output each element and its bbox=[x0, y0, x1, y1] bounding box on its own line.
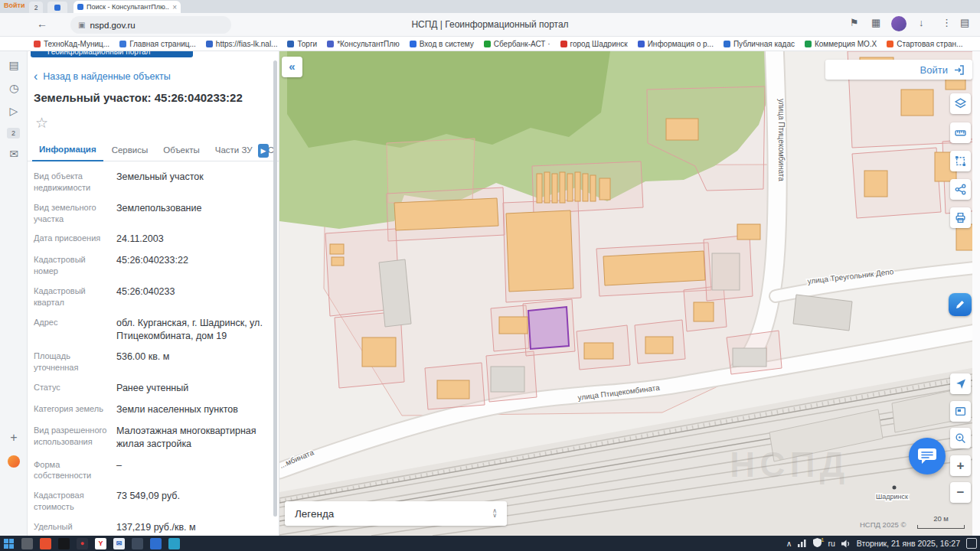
tab-information[interactable]: Информация bbox=[32, 145, 103, 161]
print-button[interactable] bbox=[950, 207, 971, 228]
share-icon bbox=[955, 184, 966, 195]
messenger-icon[interactable]: ✉ bbox=[0, 148, 28, 160]
collapse-panel-button[interactable]: « bbox=[282, 57, 302, 77]
print-icon bbox=[955, 212, 966, 223]
address-bar[interactable]: ▣ nspd.gov.ru bbox=[70, 16, 231, 34]
taskbar-app-icon[interactable] bbox=[21, 538, 33, 549]
start-button[interactable] bbox=[3, 538, 15, 549]
bookmark-item[interactable]: ТехноКад-Муниц... bbox=[34, 40, 109, 48]
map-canvas[interactable]: НСПД улица Птицекомбината улица Треуголь… bbox=[279, 51, 980, 536]
field-row: Категория земельЗемли населенных пунктов bbox=[34, 403, 270, 416]
taskbar-app-icon[interactable]: ● bbox=[77, 538, 88, 549]
bookmark-item[interactable]: Вход в систему bbox=[410, 40, 474, 48]
tab-parts[interactable]: Части ЗУ bbox=[208, 145, 260, 161]
back-icon[interactable]: ← bbox=[37, 18, 47, 30]
plus-icon: + bbox=[957, 459, 965, 472]
bookmark-item[interactable]: Торги bbox=[287, 40, 317, 48]
back-link[interactable]: ‹Назад в найденные объекты bbox=[34, 71, 171, 82]
field-row: Адресобл. Курганская, г. Шадринск, ул. П… bbox=[34, 317, 270, 343]
taskbar-clock[interactable]: Вторник, 21 янв 2025, 16:27 bbox=[857, 539, 960, 548]
draw-button[interactable] bbox=[949, 293, 972, 316]
media-icon[interactable]: ▷ bbox=[0, 105, 28, 117]
bookmark-item[interactable]: *КонсультантПлю bbox=[327, 40, 400, 48]
layers-button[interactable] bbox=[950, 93, 971, 114]
system-tray: ∧ 1 ru Вторник, 21 янв 2025, 16:27 bbox=[786, 538, 977, 549]
bookmark-item[interactable]: Главная страниц... bbox=[119, 40, 196, 48]
tab-objects[interactable]: Объекты bbox=[156, 145, 206, 161]
login-bar[interactable]: Войти bbox=[825, 60, 972, 80]
object-info-panel: Геоинформационный портал ‹Назад в найден… bbox=[28, 51, 279, 536]
chevron-updown-icon: ∧∨ bbox=[492, 509, 497, 519]
bookmark-favicon bbox=[805, 41, 812, 47]
sidebar-toggle-icon[interactable]: ▤ bbox=[960, 17, 969, 28]
bookmark-item[interactable]: https://fias-lk.nal... bbox=[206, 40, 278, 48]
taskbar-app-icon[interactable]: ✉ bbox=[113, 538, 125, 549]
pencil-icon bbox=[954, 298, 966, 311]
locate-button[interactable] bbox=[950, 373, 971, 394]
page-title: Земельный участок: 45:26:040233:22 bbox=[34, 91, 243, 104]
bookmark-item[interactable]: Сбербанк-АСТ · bbox=[484, 40, 550, 48]
field-row: Вид земельного участкаЗемлепользование bbox=[34, 202, 270, 225]
bookmark-favicon bbox=[34, 41, 41, 47]
taskbar-app-icon[interactable] bbox=[132, 538, 143, 549]
taskbar-app-icon[interactable]: Y bbox=[95, 538, 106, 549]
zoom-out-button[interactable]: − bbox=[950, 482, 971, 503]
legend-toggle[interactable]: Легенда ∧∨ bbox=[285, 501, 507, 526]
bookmark-item[interactable]: Публичная кадас bbox=[724, 40, 795, 48]
profile-avatar[interactable] bbox=[891, 16, 906, 31]
zoom-in-button[interactable]: + bbox=[950, 455, 971, 476]
taskbar-app-icon[interactable] bbox=[40, 538, 51, 549]
bookmark-flag-icon[interactable]: ⚑ bbox=[850, 17, 859, 28]
services-icon[interactable] bbox=[8, 455, 20, 468]
tray-expand-icon[interactable]: ∧ bbox=[786, 539, 792, 548]
select-area-icon bbox=[955, 155, 966, 167]
url-text: nspd.gov.ru bbox=[90, 21, 135, 30]
layers-icon bbox=[955, 98, 966, 109]
language-indicator[interactable]: ru bbox=[828, 539, 835, 548]
bookmark-item[interactable]: Коммерция МО.Х bbox=[805, 40, 877, 48]
downloads-icon[interactable]: ↓ bbox=[919, 17, 924, 28]
panel-scrollbar[interactable] bbox=[273, 60, 277, 517]
security-tray-icon[interactable]: 1 bbox=[813, 538, 822, 549]
taskbar-app-icon[interactable] bbox=[58, 538, 70, 549]
browser-tab-strip: Войти 2 Поиск - КонсультантПлю... × bbox=[0, 0, 980, 13]
login-button-label: Войти bbox=[920, 64, 948, 76]
overview-map-button[interactable] bbox=[950, 401, 971, 422]
taskbar-app-icon[interactable] bbox=[168, 538, 180, 549]
field-row: Удельный показатель кадастровой стоимост… bbox=[34, 521, 270, 536]
favorite-star-icon[interactable]: ☆ bbox=[35, 114, 48, 132]
speaker-icon[interactable] bbox=[841, 540, 851, 548]
history-icon[interactable]: ◷ bbox=[0, 82, 28, 94]
chat-button[interactable] bbox=[909, 438, 946, 474]
selected-parcel[interactable] bbox=[528, 307, 569, 349]
select-area-button[interactable] bbox=[950, 151, 971, 171]
menu-icon[interactable]: ⋮ bbox=[942, 17, 952, 28]
site-header-clipped: Геоинформационный портал bbox=[31, 51, 193, 57]
search-location-icon bbox=[955, 432, 966, 444]
share-button[interactable] bbox=[950, 179, 971, 200]
notification-center-icon[interactable] bbox=[966, 538, 977, 549]
bookmark-item[interactable]: Информация о р... bbox=[638, 40, 714, 48]
locate-arrow-icon bbox=[955, 378, 966, 390]
add-icon[interactable]: + bbox=[0, 431, 28, 445]
tab-counter-badge[interactable]: 2 bbox=[29, 2, 43, 13]
bookmark-item[interactable]: город Шадринск bbox=[560, 40, 628, 48]
tab-services[interactable]: Сервисы bbox=[105, 145, 155, 161]
active-tab[interactable]: Поиск - КонсультантПлю... × bbox=[74, 1, 181, 13]
bookmark-favicon bbox=[410, 41, 416, 47]
tabs-counter-badge[interactable]: 2 bbox=[7, 128, 20, 139]
ruler-icon bbox=[955, 127, 966, 139]
panels-icon[interactable]: ▤ bbox=[0, 59, 28, 71]
pinned-tab-login[interactable]: Войти bbox=[4, 2, 24, 9]
tabs-scroll-right-button[interactable]: ▶ bbox=[258, 144, 269, 158]
search-area-button[interactable] bbox=[950, 428, 971, 448]
pinned-tab[interactable] bbox=[47, 2, 67, 13]
ruler-button[interactable] bbox=[950, 122, 971, 143]
extensions-icon[interactable]: ▦ bbox=[871, 17, 880, 28]
network-icon[interactable] bbox=[798, 540, 807, 547]
bookmark-item[interactable]: Стартовая стран... bbox=[887, 40, 962, 48]
tab-close-icon[interactable]: × bbox=[172, 3, 177, 11]
taskbar-app-icon[interactable] bbox=[150, 538, 162, 549]
site-info-icon[interactable]: ▣ bbox=[78, 21, 85, 29]
shield-badge: 1 bbox=[821, 536, 824, 543]
